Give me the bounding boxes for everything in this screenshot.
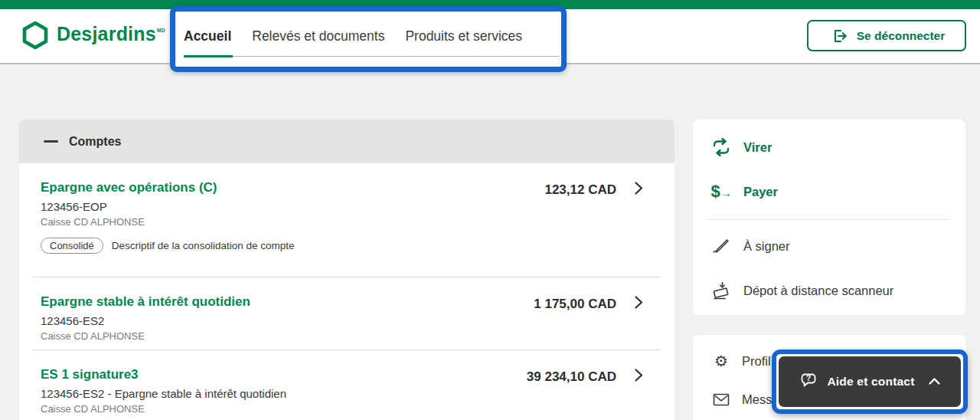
quick-actions-card: Virer $ → Payer À signer (693, 120, 965, 315)
nav-active-underline (184, 55, 233, 57)
brand-trademark: MD (157, 28, 165, 33)
nav-tab-produits-et-services[interactable]: Produits et services (405, 28, 522, 44)
consolidated-badge-description: Descriptif de la consolidation de compte (112, 240, 295, 251)
account-name[interactable]: Epargne avec opérations (C) (41, 180, 294, 195)
gear-icon: ⚙ (710, 353, 732, 369)
remote-deposit-action[interactable]: Dépot à distance scanneur (693, 268, 965, 313)
brand-wordmark: Desjardins (57, 18, 156, 49)
pay-label: Payer (743, 185, 778, 199)
account-number: 123456-EOP (41, 200, 294, 213)
account-number: 123456-ES2 - Epargne stable à intérêt qu… (41, 387, 286, 400)
account-balance: 123,12 CAD (544, 182, 616, 198)
remote-deposit-label: Dépot à distance scanneur (743, 284, 893, 298)
to-sign-label: À signer (743, 239, 790, 254)
envelope-icon (710, 393, 732, 406)
account-number: 123456-ES2 (41, 314, 250, 327)
account-institution: Caisse CD ALPHONSE (41, 216, 294, 228)
logout-label: Se déconnecter (857, 29, 945, 43)
account-institution: Caisse CD ALPHONSE (41, 403, 286, 415)
transfer-icon (710, 138, 732, 156)
account-row-link[interactable]: Epargne stable à intérêt quotidien 12345… (41, 294, 644, 342)
nav-tab-releves-et-documents[interactable]: Relevés et documents (252, 28, 384, 44)
desjardins-hexagon-icon (21, 18, 49, 53)
chevron-up-icon (928, 375, 941, 389)
svg-text:?: ? (806, 374, 811, 382)
account-row-link[interactable]: Epargne avec opérations (C) 123456-EOP C… (41, 180, 644, 254)
help-contact-label: Aide et contact (827, 375, 914, 389)
collapse-minus-icon (44, 140, 58, 143)
help-bubble-icon: ? (799, 372, 818, 392)
pay-icon: $ → (710, 182, 732, 202)
consolidated-badge: Consolidé (41, 238, 103, 254)
account-row-epargne-avec-operations: Epargne avec opérations (C) 123456-EOP C… (19, 163, 675, 277)
logout-button[interactable]: Se déconnecter (807, 20, 966, 51)
desjardins-banking-page: Desjardins MD Accueil Relevés et documen… (0, 0, 980, 420)
signature-icon (710, 238, 732, 254)
chevron-right-icon[interactable] (634, 295, 644, 313)
transfer-action[interactable]: Virer (693, 125, 965, 169)
accounts-card: Comptes Epargne avec opérations (C) 1234… (19, 120, 675, 420)
help-contact-button[interactable]: ? Aide et contact (779, 356, 961, 407)
to-sign-action[interactable]: À signer (693, 224, 965, 268)
account-institution: Caisse CD ALPHONSE (41, 330, 250, 342)
nav-baseline (184, 56, 560, 57)
accounts-section-title: Comptes (69, 135, 121, 149)
accounts-section-header[interactable]: Comptes (19, 120, 675, 163)
chevron-right-icon[interactable] (634, 368, 644, 386)
main-nav-highlight-box: Accueil Relevés et documents Produits et… (170, 6, 567, 72)
account-row-link[interactable]: ES 1 signature3 123456-ES2 - Epargne sta… (41, 367, 644, 415)
account-row-epargne-stable: Epargne stable à intérêt quotidien 12345… (19, 277, 675, 350)
desjardins-logo[interactable]: Desjardins MD (21, 18, 165, 52)
nav-tab-accueil[interactable]: Accueil (184, 28, 231, 44)
transfer-label: Virer (743, 140, 772, 155)
sidebar-divider (708, 219, 950, 220)
main-nav: Accueil Relevés et documents Produits et… (175, 11, 561, 67)
account-name[interactable]: ES 1 signature3 (41, 367, 286, 382)
scanner-deposit-icon (710, 281, 732, 300)
account-balance: 39 234,10 CAD (527, 369, 616, 385)
help-contact-highlight-box: ? Aide et contact (772, 349, 968, 414)
account-balance: 1 175,00 CAD (534, 297, 616, 312)
account-row-es1-signature3: ES 1 signature3 123456-ES2 - Epargne sta… (19, 350, 675, 420)
account-name[interactable]: Epargne stable à intérêt quotidien (41, 294, 250, 310)
chevron-right-icon[interactable] (634, 181, 644, 199)
pay-action[interactable]: $ → Payer (693, 169, 965, 214)
logout-icon (828, 28, 850, 44)
